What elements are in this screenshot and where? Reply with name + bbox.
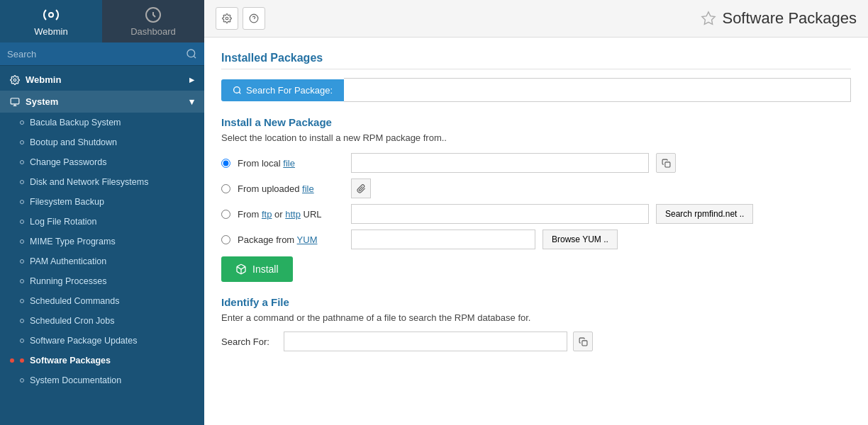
search-package-row: Search For Package:: [221, 78, 851, 102]
copy2-icon: [579, 337, 588, 346]
from-local-input[interactable]: [351, 153, 649, 173]
sidebar-item-scheduled-commands[interactable]: Scheduled Commands: [0, 291, 204, 311]
search-input[interactable]: [7, 49, 186, 60]
from-yum-input[interactable]: [351, 230, 535, 249]
item-dot: [20, 319, 24, 323]
browse-yum-button[interactable]: Browse YUM ..: [542, 230, 618, 249]
sidebar-item-bootup-and-shutdown[interactable]: Bootup and Shutdown: [0, 132, 204, 152]
webmin-tab[interactable]: Webmin: [0, 0, 102, 42]
search-package-button[interactable]: Search For Package:: [221, 79, 344, 101]
page-title: Software Packages: [701, 9, 857, 28]
svg-marker-11: [702, 12, 715, 24]
identify-title: Identify a File: [221, 296, 851, 308]
sidebar-item-running-processes[interactable]: Running Processes: [0, 271, 204, 291]
sidebar-item-mime-type-programs[interactable]: MIME Type Programs: [0, 232, 204, 251]
attach-button[interactable]: [351, 178, 371, 198]
item-dot: [20, 279, 24, 283]
from-ftp-radio[interactable]: [221, 210, 230, 219]
item-dot: [20, 160, 24, 164]
install-title: Install a New Package: [221, 116, 851, 128]
svg-point-12: [234, 86, 240, 93]
sidebar-item-scheduled-cron-jobs[interactable]: Scheduled Cron Jobs: [0, 311, 204, 331]
from-ftp-label: From ftp or http URL: [238, 209, 344, 220]
identify-section: Identify a File Enter a command or the p…: [221, 296, 851, 351]
sidebar-item-software-packages[interactable]: Software Packages: [0, 351, 204, 370]
installed-packages-title: Installed Packages: [221, 52, 851, 69]
item-dot: [20, 339, 24, 343]
item-dot: [20, 299, 24, 303]
sidebar-item-filesystem-backup[interactable]: Filesystem Backup: [0, 192, 204, 212]
copy-icon: [662, 159, 671, 168]
from-uploaded-label: From uploaded file: [238, 183, 344, 194]
dashboard-tab[interactable]: Dashboard: [102, 0, 204, 42]
item-dot: [20, 220, 24, 224]
sidebar-item-bacula-backup-system[interactable]: Bacula Backup System: [0, 113, 204, 132]
from-local-label: From local file: [238, 158, 344, 169]
search-for-input[interactable]: [284, 332, 567, 351]
from-yum-radio[interactable]: [221, 235, 230, 244]
sidebar-item-disk-and-network-filesystems[interactable]: Disk and Network Filesystems: [0, 172, 204, 192]
svg-point-2: [187, 50, 195, 57]
star-icon: [701, 11, 716, 26]
from-yum-row: Package from YUM Browse YUM ..: [221, 230, 851, 249]
search-icon: [186, 48, 197, 60]
item-dot: [20, 200, 24, 204]
monitor-icon: [10, 97, 20, 107]
search-for-copy-button[interactable]: [573, 332, 593, 351]
install-desc: Select the location to install a new RPM…: [221, 132, 851, 143]
svg-point-4: [13, 79, 16, 81]
from-local-copy-button[interactable]: [656, 153, 676, 173]
help-icon: [249, 13, 259, 23]
svg-point-8: [226, 17, 228, 20]
svg-point-0: [49, 13, 53, 17]
dashboard-tab-label: Dashboard: [130, 26, 176, 37]
item-dot: [20, 378, 24, 382]
svg-line-3: [194, 56, 196, 58]
from-local-radio[interactable]: [221, 159, 230, 168]
search-for-label: Search For:: [221, 336, 278, 347]
paperclip-icon: [357, 184, 366, 193]
system-section-label: System: [26, 96, 58, 107]
install-button[interactable]: Install: [221, 256, 293, 282]
webmin-tab-label: Webmin: [34, 26, 67, 37]
svg-rect-5: [11, 98, 19, 103]
system-chevron-icon: ▾: [189, 96, 194, 107]
webmin-section[interactable]: Webmin ▸: [0, 69, 204, 91]
from-ftp-row: From ftp or http URL Search rpmfind.net …: [221, 204, 851, 224]
from-local-row: From local file: [221, 153, 851, 173]
svg-rect-14: [664, 162, 669, 166]
gear-icon: [10, 75, 20, 85]
webmin-section-label: Webmin: [26, 74, 61, 85]
webmin-chevron-icon: ▸: [189, 74, 194, 85]
item-dot: [20, 180, 24, 184]
sidebar-item-change-passwords[interactable]: Change Passwords: [0, 152, 204, 172]
help-button[interactable]: [243, 7, 265, 30]
system-section[interactable]: System ▾: [0, 91, 204, 113]
active-dot: [20, 358, 24, 363]
package-icon: [235, 264, 247, 275]
item-dot: [20, 120, 24, 125]
from-yum-label: Package from YUM: [238, 234, 344, 245]
search-rpmfind-button[interactable]: Search rpmfind.net ..: [656, 204, 753, 224]
from-uploaded-radio[interactable]: [221, 184, 230, 193]
install-section: Install a New Package Select the locatio…: [221, 116, 851, 282]
from-ftp-input[interactable]: [351, 204, 649, 224]
svg-line-13: [239, 92, 240, 94]
settings-button[interactable]: [216, 7, 238, 30]
item-dot: [20, 239, 24, 244]
from-uploaded-row: From uploaded file: [221, 178, 851, 198]
search-pkg-icon: [233, 86, 242, 95]
sidebar-item-software-package-updates[interactable]: Software Package Updates: [0, 331, 204, 351]
sidebar-item-log-file-rotation[interactable]: Log File Rotation: [0, 212, 204, 232]
search-for-row: Search For:: [221, 332, 851, 351]
item-dot: [20, 259, 24, 264]
item-dot: [20, 140, 24, 144]
sidebar-item-pam-authentication[interactable]: PAM Authentication: [0, 251, 204, 271]
svg-rect-16: [582, 340, 586, 345]
settings-icon: [222, 13, 232, 23]
identify-desc: Enter a command or the pathname of a fil…: [221, 312, 851, 323]
sidebar-item-system-documentation[interactable]: System Documentation: [0, 370, 204, 390]
page-header: Software Packages: [204, 0, 868, 38]
search-package-input[interactable]: [344, 78, 851, 102]
